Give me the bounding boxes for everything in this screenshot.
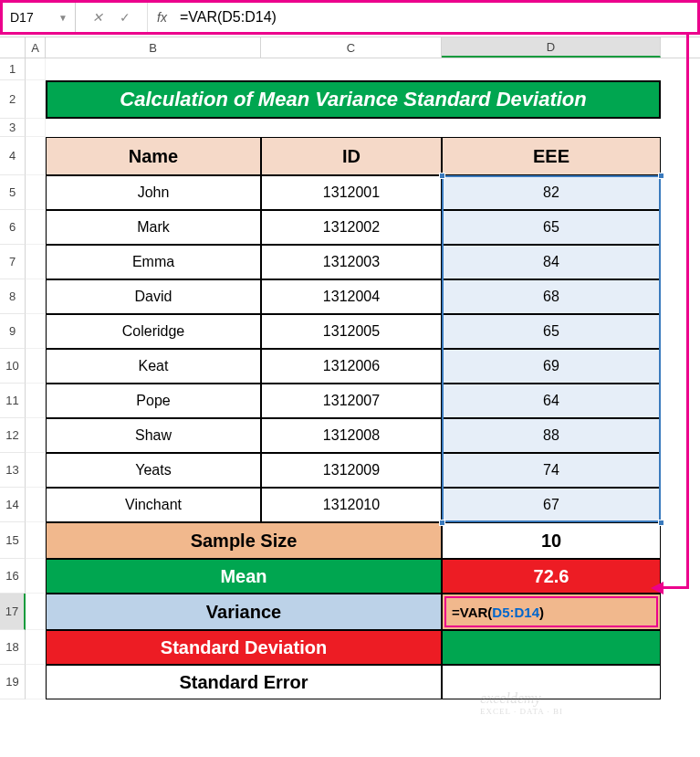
cell-name[interactable]: Shaw — [46, 418, 261, 453]
selection-handle[interactable] — [658, 520, 664, 526]
cell-id[interactable]: 1312010 — [261, 488, 442, 522]
col-header-c[interactable]: C — [261, 37, 442, 58]
row-header[interactable]: 17 — [0, 594, 26, 630]
variance-cell[interactable]: =VAR(D5:D14) — [442, 594, 661, 630]
row-header[interactable]: 8 — [0, 279, 26, 314]
row-header[interactable]: 1 — [0, 58, 26, 80]
cell-eee[interactable]: 68 — [442, 279, 661, 314]
row-header[interactable]: 15 — [0, 522, 26, 559]
row-header[interactable]: 7 — [0, 245, 26, 279]
cell-eee[interactable]: 69 — [442, 349, 661, 384]
row-header[interactable]: 6 — [0, 210, 26, 245]
row-header[interactable]: 12 — [0, 418, 26, 453]
mean-label: Mean — [46, 559, 442, 594]
annotation-arrow-icon — [651, 582, 663, 594]
se-label: Standard Error — [46, 665, 442, 699]
cell-name[interactable]: John — [46, 175, 261, 210]
se-value[interactable] — [442, 665, 661, 699]
cell-id[interactable]: 1312005 — [261, 314, 442, 349]
row-header[interactable]: 19 — [0, 665, 26, 699]
formula-input[interactable] — [176, 3, 697, 32]
row-header[interactable]: 4 — [0, 137, 26, 175]
cell-name[interactable]: David — [46, 279, 261, 314]
table-row: Mark 1312002 65 — [26, 210, 700, 245]
select-all-corner[interactable] — [0, 37, 26, 58]
cell-eee[interactable]: 88 — [442, 418, 661, 453]
formula-prefix: =VAR( — [452, 605, 492, 620]
fx-label[interactable]: fx — [148, 10, 176, 25]
cell-eee[interactable]: 64 — [442, 384, 661, 418]
row-header[interactable]: 5 — [0, 175, 26, 210]
cell-eee[interactable]: 67 — [442, 488, 661, 522]
cell-name[interactable]: Yeats — [46, 453, 261, 488]
cell-id[interactable]: 1312006 — [261, 349, 442, 384]
table-row: Keat 1312006 69 — [26, 349, 700, 384]
header-eee: EEE — [442, 137, 661, 175]
table-row: Coleridge 1312005 65 — [26, 314, 700, 349]
cell-name[interactable]: Coleridge — [46, 314, 261, 349]
sheet-title: Calculation of Mean Variance Standard De… — [46, 80, 661, 119]
row-header[interactable]: 18 — [0, 630, 26, 665]
cell-name[interactable]: Emma — [46, 245, 261, 279]
row-header[interactable]: 3 — [0, 119, 26, 137]
row-header[interactable]: 14 — [0, 488, 26, 522]
table-row: Vinchant 1312010 67 — [26, 488, 700, 522]
sd-label: Standard Deviation — [46, 630, 442, 665]
row-header[interactable]: 13 — [0, 453, 26, 488]
header-id: ID — [261, 137, 442, 175]
header-name: Name — [46, 137, 261, 175]
sample-size-value[interactable]: 10 — [442, 522, 661, 559]
spreadsheet: A B C D 1 2 3 4 5 6 7 8 9 10 11 12 13 14… — [0, 37, 700, 699]
cell-eee[interactable]: 65 — [442, 210, 661, 245]
annotation-line — [686, 35, 689, 588]
table-row: Emma 1312003 84 — [26, 245, 700, 279]
name-box-value: D17 — [10, 10, 34, 25]
row-headers: 1 2 3 4 5 6 7 8 9 10 11 12 13 14 15 16 1… — [0, 58, 26, 699]
table-row: Pope 1312007 64 — [26, 384, 700, 418]
name-box[interactable]: D17 ▼ — [3, 3, 76, 32]
cell-eee[interactable]: 74 — [442, 453, 661, 488]
variance-editing[interactable]: =VAR(D5:D14) — [444, 596, 658, 627]
cancel-icon[interactable]: ✕ — [92, 10, 103, 25]
table-row: John 1312001 82 — [26, 175, 700, 210]
sd-value[interactable] — [442, 630, 661, 665]
cell-eee[interactable]: 65 — [442, 314, 661, 349]
formula-ref: D5:D14 — [492, 605, 539, 620]
cell-name[interactable]: Keat — [46, 349, 261, 384]
dropdown-icon[interactable]: ▼ — [58, 13, 68, 23]
mean-value[interactable]: 72.6 — [442, 559, 661, 594]
cell-id[interactable]: 1312004 — [261, 279, 442, 314]
cell-id[interactable]: 1312002 — [261, 210, 442, 245]
col-header-d[interactable]: D — [442, 37, 661, 58]
cell-id[interactable]: 1312001 — [261, 175, 442, 210]
formula-buttons: ✕ ✓ — [76, 3, 148, 32]
watermark-sub: EXCEL · DATA · BI — [480, 707, 563, 716]
confirm-icon[interactable]: ✓ — [120, 10, 131, 25]
row-header[interactable]: 10 — [0, 349, 26, 384]
cell-eee[interactable]: 82 — [442, 175, 661, 210]
column-headers: A B C D — [0, 37, 700, 58]
selection-handle[interactable] — [439, 173, 445, 179]
col-header-b[interactable]: B — [46, 37, 261, 58]
cell-name[interactable]: Vinchant — [46, 488, 261, 522]
cell-id[interactable]: 1312008 — [261, 418, 442, 453]
cell-id[interactable]: 1312007 — [261, 384, 442, 418]
cell-id[interactable]: 1312003 — [261, 245, 442, 279]
table-row: Shaw 1312008 88 — [26, 418, 700, 453]
variance-label: Variance — [46, 594, 442, 630]
cell-eee[interactable]: 84 — [442, 245, 661, 279]
formula-bar: D17 ▼ ✕ ✓ fx — [0, 0, 700, 35]
col-header-a[interactable]: A — [26, 37, 46, 58]
row-header[interactable]: 16 — [0, 559, 26, 594]
cell-name[interactable]: Mark — [46, 210, 261, 245]
row-header[interactable]: 2 — [0, 80, 26, 119]
cells-area[interactable]: Calculation of Mean Variance Standard De… — [26, 58, 700, 699]
row-header[interactable]: 9 — [0, 314, 26, 349]
selection-handle[interactable] — [658, 173, 664, 179]
annotation-line — [662, 586, 689, 589]
row-header[interactable]: 11 — [0, 384, 26, 418]
table-row: Yeats 1312009 74 — [26, 453, 700, 488]
selection-handle[interactable] — [439, 520, 445, 526]
cell-id[interactable]: 1312009 — [261, 453, 442, 488]
cell-name[interactable]: Pope — [46, 384, 261, 418]
